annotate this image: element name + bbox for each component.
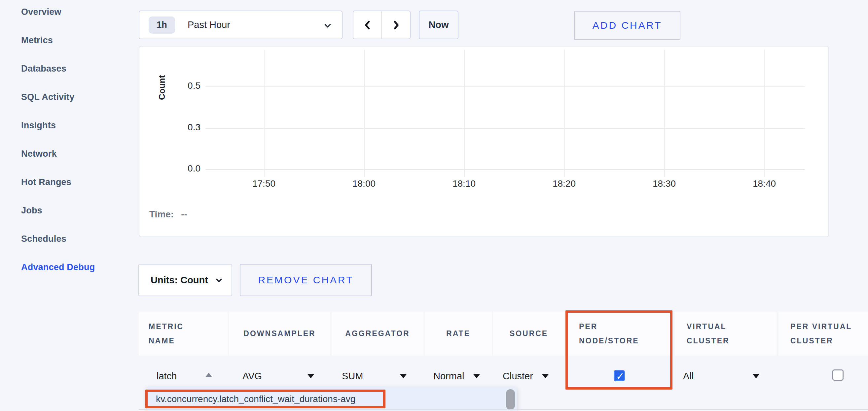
virtual-cluster-select[interactable]: All	[683, 370, 693, 382]
x-tick-1840: 18:40	[741, 178, 787, 189]
x-tick-1830: 18:30	[641, 178, 687, 189]
per-node-store-checkbox[interactable]	[614, 370, 625, 381]
gridline-vertical	[664, 50, 665, 177]
chevron-down-icon	[323, 21, 333, 31]
y-axis-title: Count	[155, 66, 168, 109]
gridline-vertical	[264, 50, 265, 177]
column-header-per-virtual-cluster: PER VIRTUAL CLUSTER	[778, 312, 868, 355]
per-virtual-cluster-checkbox[interactable]	[832, 370, 843, 381]
now-button-label: Now	[428, 20, 448, 30]
sidebar-item-jobs[interactable]: Jobs	[21, 203, 127, 218]
add-chart-label: ADD CHART	[593, 20, 662, 31]
x-tick-1800: 18:00	[341, 178, 387, 189]
sidebar-item-sql-activity[interactable]: SQL Activity	[21, 90, 127, 104]
time-range-dropdown[interactable]: 1h Past Hour	[139, 10, 342, 39]
metric-suggestion-item[interactable]: kv.concurrency.latch_conflict_wait_durat…	[156, 394, 355, 404]
chevron-right-icon	[390, 19, 402, 31]
column-header-per-node-store: PER NODE/STORE	[567, 312, 672, 355]
chevron-down-icon	[214, 276, 224, 285]
downsampler-caret-icon[interactable]	[307, 374, 314, 378]
rate-select[interactable]: Normal	[433, 370, 464, 382]
column-header-source: SOURCE	[493, 312, 564, 355]
downsampler-select[interactable]: AVG	[242, 370, 262, 382]
aggregator-caret-icon[interactable]	[400, 374, 407, 378]
sidebar: Overview Metrics Databases SQL Activity …	[21, 5, 127, 288]
virtual-cluster-caret-icon[interactable]	[752, 374, 760, 378]
sidebar-item-advanced-debug[interactable]: Advanced Debug	[21, 260, 127, 274]
now-button[interactable]: Now	[419, 10, 459, 39]
x-tick-1820: 18:20	[541, 178, 587, 189]
remove-chart-label: REMOVE CHART	[258, 274, 353, 286]
gridline-vertical	[464, 50, 465, 177]
aggregator-select[interactable]: SUM	[342, 370, 363, 382]
dropdown-scrollbar-thumb[interactable]	[506, 389, 515, 410]
x-tick-1750: 17:50	[241, 178, 287, 189]
add-chart-button[interactable]: ADD CHART	[574, 11, 680, 40]
units-dropdown[interactable]: Units: Count	[138, 264, 232, 296]
sidebar-item-network[interactable]: Network	[21, 146, 127, 161]
sidebar-item-schedules[interactable]: Schedules	[21, 232, 127, 246]
sidebar-item-metrics[interactable]: Metrics	[21, 33, 127, 47]
y-tick-0-0: 0.0	[174, 163, 200, 174]
sidebar-item-overview[interactable]: Overview	[21, 5, 127, 19]
bottom-divider	[139, 409, 868, 410]
hover-time-readout: Time:--	[149, 209, 187, 220]
source-select[interactable]: Cluster	[503, 370, 533, 382]
y-tick-0-5: 0.5	[174, 80, 200, 91]
gridline-horizontal	[206, 87, 805, 87]
units-dropdown-label: Units: Count	[151, 275, 208, 286]
time-prev-button[interactable]	[353, 10, 382, 39]
rate-caret-icon[interactable]	[473, 374, 480, 378]
time-range-label: Past Hour	[188, 20, 230, 30]
custom-chart-panel: Count 0.5 0.3 0.0 17:50 18:00 18:10 18:2…	[139, 46, 829, 237]
x-tick-1810: 18:10	[441, 178, 487, 189]
source-caret-icon[interactable]	[542, 374, 549, 378]
sidebar-item-databases[interactable]: Databases	[21, 61, 127, 76]
time-range-badge: 1h	[149, 16, 175, 34]
y-tick-0-3: 0.3	[174, 122, 200, 133]
time-readout-label: Time:	[149, 209, 174, 219]
remove-chart-button[interactable]: REMOVE CHART	[240, 264, 372, 296]
gridline-horizontal	[206, 128, 805, 129]
metric-name-input[interactable]: latch	[157, 370, 177, 382]
sidebar-item-hot-ranges[interactable]: Hot Ranges	[21, 175, 127, 189]
time-next-button[interactable]	[381, 10, 410, 39]
time-readout-value: --	[181, 209, 187, 219]
column-header-downsampler: DOWNSAMPLER	[229, 312, 330, 355]
gridline-vertical	[364, 50, 365, 177]
gridline-horizontal	[206, 169, 805, 170]
column-header-aggregator: AGGREGATOR	[332, 312, 424, 355]
chevron-left-icon	[362, 19, 374, 31]
column-header-metric-name: METRIC NAME	[139, 312, 227, 355]
gridline-vertical	[764, 50, 765, 177]
column-header-rate: RATE	[425, 312, 492, 355]
metric-dropdown-open-icon[interactable]	[206, 373, 212, 377]
column-header-virtual-cluster: VIRTUAL CLUSTER	[675, 312, 776, 355]
gridline-vertical	[564, 50, 565, 177]
sidebar-item-insights[interactable]: Insights	[21, 118, 127, 133]
